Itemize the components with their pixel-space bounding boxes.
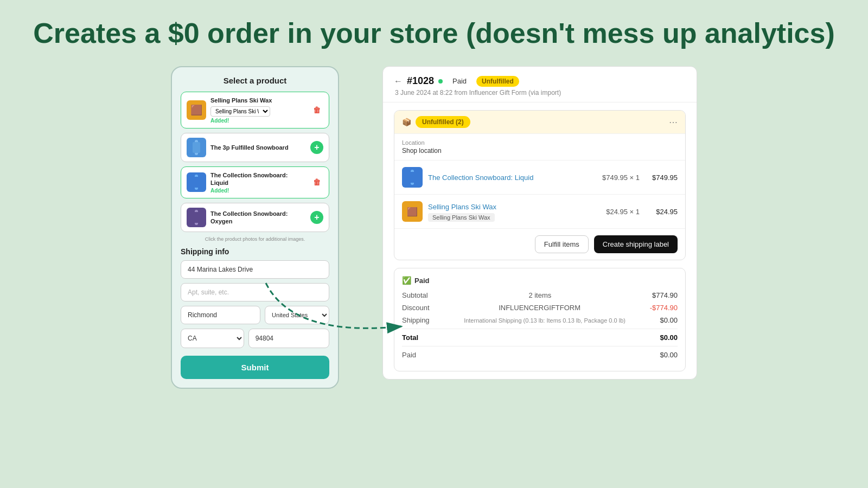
product-info-oxygen: The Collection Snowboard: Oxygen bbox=[210, 210, 306, 226]
product-variant-wax[interactable]: Selling Plans Ski Wax bbox=[210, 106, 270, 117]
add-oxygen-button[interactable]: + bbox=[310, 211, 323, 224]
paid-badge: Paid bbox=[447, 75, 472, 87]
paid-row-value: $0.00 bbox=[660, 351, 678, 359]
back-arrow-icon[interactable]: ← bbox=[394, 76, 403, 86]
order-item-total-wax: $24.95 bbox=[645, 208, 678, 216]
product-item-liquid: The Collection Snowboard: Liquid Added! … bbox=[181, 166, 329, 199]
fulfillment-header: 📦 Unfulfilled (2) ⋯ bbox=[394, 111, 685, 133]
product-thumb-oxygen bbox=[187, 208, 206, 227]
content-area: Select a product 🟫 Selling Plans Ski Wax… bbox=[0, 61, 868, 394]
dashed-arrow bbox=[260, 272, 418, 348]
order-item-price-wax: $24.95 × 1 bbox=[606, 208, 640, 216]
submit-button[interactable]: Submit bbox=[181, 356, 329, 379]
shipping-desc: International Shipping (0.13 lb: Items 0… bbox=[464, 317, 626, 324]
svg-rect-1 bbox=[193, 142, 200, 153]
svg-rect-8 bbox=[409, 172, 416, 183]
order-item-liquid: The Collection Snowboard: Liquid $749.95… bbox=[394, 160, 685, 194]
shipping-title: Shipping info bbox=[181, 247, 329, 256]
page-headline: Creates a $0 order in your store (doesn'… bbox=[0, 0, 868, 61]
product-thumb-3p bbox=[187, 138, 206, 157]
paid-status-dot bbox=[438, 79, 443, 84]
order-item-wax: 🟫 Selling Plans Ski Wax Selling Plans Sk… bbox=[394, 194, 685, 228]
payment-divider bbox=[402, 329, 678, 329]
product-name-3p: The 3p Fulfilled Snowboard bbox=[210, 144, 306, 151]
payment-header: ✅ Paid bbox=[402, 276, 678, 285]
order-subtitle: 3 June 2024 at 8:22 from Influencer Gift… bbox=[394, 89, 686, 97]
product-thumb-liquid bbox=[187, 172, 206, 192]
order-item-thumb-liquid bbox=[402, 167, 423, 188]
state-select[interactable]: CA bbox=[181, 329, 244, 348]
product-thumb-wax: 🟫 bbox=[187, 100, 206, 120]
subtotal-value: $774.90 bbox=[652, 291, 678, 299]
subtotal-items: 2 items bbox=[528, 291, 551, 299]
select-product-title: Select a product bbox=[181, 76, 329, 85]
order-item-name-wax: Selling Plans Ski Wax Selling Plans Ski … bbox=[428, 202, 601, 222]
fulfillment-badge: Unfulfilled (2) bbox=[416, 116, 470, 128]
fulfillment-actions: Fulfill items Create shipping label bbox=[394, 228, 685, 260]
paid-row: Paid $0.00 bbox=[402, 351, 678, 359]
payment-section: ✅ Paid Subtotal 2 items $774.90 Discount… bbox=[394, 268, 686, 371]
product-name-liquid: The Collection Snowboard: Liquid bbox=[210, 171, 306, 187]
product-info-3p: The 3p Fulfilled Snowboard bbox=[210, 144, 306, 151]
product-info-liquid: The Collection Snowboard: Liquid Added! bbox=[210, 171, 306, 194]
product-item-3p: The 3p Fulfilled Snowboard + bbox=[181, 133, 329, 162]
unfulfilled-badge: Unfulfilled bbox=[476, 76, 519, 87]
shipping-value: $0.00 bbox=[660, 316, 678, 324]
product-name-wax: Selling Plans Ski Wax bbox=[210, 97, 306, 104]
total-value: $0.00 bbox=[660, 333, 678, 342]
added-badge-wax: Added! bbox=[210, 118, 306, 124]
added-badge-liquid: Added! bbox=[210, 188, 306, 194]
order-item-thumb-wax: 🟫 bbox=[402, 201, 423, 222]
product-item-wax: 🟫 Selling Plans Ski Wax Selling Plans Sk… bbox=[181, 92, 329, 128]
add-3p-button[interactable]: + bbox=[310, 141, 323, 154]
discount-code: INFLUENCERGIFTFORM bbox=[499, 304, 580, 312]
order-title-row: ← #1028 Paid Unfulfilled bbox=[394, 75, 686, 87]
order-header: ← #1028 Paid Unfulfilled 3 June 2024 at … bbox=[383, 67, 697, 102]
discount-value: -$774.90 bbox=[650, 304, 678, 312]
city-input[interactable] bbox=[181, 306, 260, 324]
create-shipping-label-button[interactable]: Create shipping label bbox=[594, 235, 678, 253]
fulfillment-section: 📦 Unfulfilled (2) ⋯ Location Shop locati… bbox=[394, 110, 686, 260]
fulfill-items-button[interactable]: Fulfill items bbox=[535, 235, 589, 253]
product-name-oxygen: The Collection Snowboard: Oxygen bbox=[210, 210, 306, 226]
order-item-name-liquid: The Collection Snowboard: Liquid bbox=[428, 172, 597, 182]
order-number: #1028 bbox=[407, 75, 434, 87]
location-label: Location bbox=[402, 139, 678, 146]
svg-rect-5 bbox=[193, 212, 200, 223]
product-item-oxygen: The Collection Snowboard: Oxygen + bbox=[181, 203, 329, 232]
photo-hint: Click the product photos for additional … bbox=[181, 236, 329, 242]
location-value: Shop location bbox=[402, 147, 678, 155]
order-item-link-wax[interactable]: Selling Plans Ski Wax bbox=[428, 203, 496, 211]
order-item-variant-wax: Selling Plans Ski Wax bbox=[428, 213, 495, 222]
dots-menu-icon[interactable]: ⋯ bbox=[669, 117, 678, 127]
order-item-total-liquid: $749.95 bbox=[645, 174, 678, 182]
product-info-wax: Selling Plans Ski Wax Selling Plans Ski … bbox=[210, 97, 306, 123]
order-item-link-liquid[interactable]: The Collection Snowboard: Liquid bbox=[428, 174, 533, 182]
remove-liquid-button[interactable]: 🗑 bbox=[310, 176, 323, 189]
package-icon: 📦 bbox=[402, 118, 411, 126]
shipping-row: Shipping International Shipping (0.13 lb… bbox=[402, 316, 678, 324]
order-item-price-liquid: $749.95 × 1 bbox=[602, 174, 640, 182]
svg-rect-3 bbox=[193, 177, 200, 188]
location-section: Location Shop location bbox=[394, 133, 685, 160]
payment-divider-2 bbox=[402, 346, 678, 346]
paid-row-label: Paid bbox=[402, 351, 416, 359]
total-row: Total $0.00 bbox=[402, 333, 678, 342]
remove-wax-button[interactable]: 🗑 bbox=[310, 104, 323, 117]
subtotal-row: Subtotal 2 items $774.90 bbox=[402, 291, 678, 299]
order-panel: ← #1028 Paid Unfulfilled 3 June 2024 at … bbox=[382, 66, 697, 380]
discount-row: Discount INFLUENCERGIFTFORM -$774.90 bbox=[402, 304, 678, 312]
